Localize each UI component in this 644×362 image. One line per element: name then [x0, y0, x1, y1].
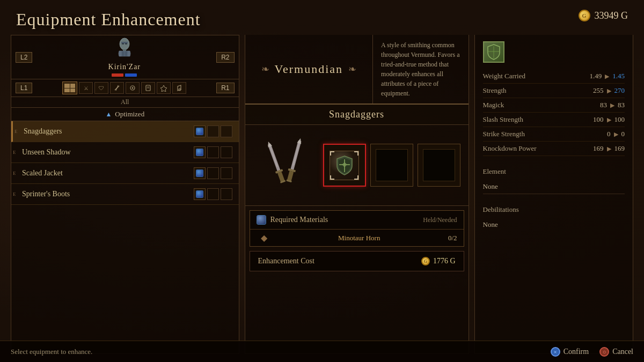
empty-slot-inner — [376, 149, 408, 181]
o-button-icon: ○ — [599, 347, 609, 357]
upgrade-slots-row — [323, 144, 460, 187]
slot-empty-2 — [221, 188, 232, 200]
stat-values: 255 ▶ 270 — [593, 86, 625, 95]
stat-row-slash: Slash Strength 100 ▶ 100 — [483, 113, 625, 127]
character-section: L2 — [11, 35, 239, 79]
slot-filled — [194, 146, 206, 158]
daggers-preview-svg — [259, 135, 312, 196]
equip-item-boots[interactable]: E Sprinter's Boots — [11, 184, 239, 205]
slot-empty-1 — [207, 125, 219, 137]
equip-item-shadow[interactable]: E Unseen Shadow — [11, 142, 239, 163]
svg-rect-2 — [122, 43, 124, 45]
status-text: Select equipment to enhance. — [11, 348, 92, 356]
filter-tab-swords[interactable]: ⚔ — [79, 82, 93, 94]
material-name: Minotaur Horn — [338, 234, 380, 242]
smithing-style-name: Vermundian — [275, 62, 343, 76]
l2-button[interactable]: L2 — [16, 52, 32, 63]
slot-empty-1 — [207, 167, 219, 179]
slot-empty-2 — [221, 125, 232, 137]
character-portrait: Kirin'Zar — [32, 38, 216, 77]
stat-new: 83 — [618, 101, 625, 109]
x-button-icon: × — [551, 347, 560, 357]
svg-line-8 — [116, 85, 118, 91]
stat-row-debilitations-value: None — [483, 218, 625, 232]
stat-row-element-label: Element — [483, 160, 625, 180]
confirm-button[interactable]: × Confirm — [551, 347, 589, 357]
filter-grid-tab[interactable] — [62, 82, 77, 94]
empty-slot-inner — [423, 149, 455, 181]
cancel-label: Cancel — [612, 348, 633, 356]
slot-empty-2 — [221, 146, 232, 158]
arrow-icon: ▶ — [610, 102, 614, 109]
filter-tab-misc4[interactable] — [157, 82, 171, 94]
bottom-bar: Select equipment to enhance. × Confirm ○… — [0, 341, 644, 362]
svg-point-10 — [132, 87, 134, 89]
stat-name: Strike Strength — [483, 130, 607, 138]
gem-icon — [196, 169, 203, 177]
triangle-icon: ▲ — [105, 110, 112, 119]
equip-slots — [194, 125, 232, 137]
upgrade-slot-3[interactable] — [418, 144, 460, 187]
equip-slots — [194, 167, 232, 179]
l1-button[interactable]: L1 — [16, 83, 32, 93]
stat-values: 169 ▶ 169 — [593, 144, 625, 153]
filter-tab-misc1[interactable] — [110, 82, 124, 94]
equip-item-jacket[interactable]: E Scaled Jacket — [11, 163, 239, 184]
slot-filled — [194, 188, 206, 200]
smithing-name-section: ❧ Vermundian ❧ — [245, 35, 374, 104]
upgrade-slot-1[interactable] — [323, 144, 366, 187]
cost-value: G 1776 G — [421, 257, 456, 265]
stat-old: 1.49 — [590, 72, 602, 80]
stat-name: Slash Strength — [483, 115, 593, 124]
gem-icon — [257, 215, 266, 225]
stat-row-element-value: None — [483, 180, 625, 194]
equip-name: Scaled Jacket — [18, 169, 194, 178]
smithing-description: A style of smithing common throughout Ve… — [373, 35, 468, 104]
equip-letter: E — [13, 171, 18, 176]
gold-display: G 33949 G — [579, 10, 628, 21]
optimized-badge: ▲ Optimized — [11, 108, 239, 121]
stats-table: Weight Carried 1.49 ▶ 1.45 Strength 255 … — [475, 65, 633, 353]
filter-tab-misc2[interactable] — [126, 82, 140, 94]
svg-marker-22 — [297, 137, 302, 144]
stat-new: 100 — [614, 115, 625, 124]
equip-slots — [194, 188, 232, 200]
item-name-bar: Snagdaggers — [245, 105, 469, 125]
filter-section: L1 ⚔ 🛡 — [11, 79, 239, 97]
arrow-icon: ▶ — [607, 87, 611, 94]
element-label: Element — [483, 163, 506, 177]
gem-icon — [196, 128, 203, 135]
cancel-button[interactable]: ○ Cancel — [599, 347, 633, 357]
svg-point-0 — [120, 38, 129, 50]
fleur-right: ❧ — [348, 63, 356, 75]
center-panel: ❧ Vermundian ❧ A style of smithing commo… — [245, 35, 469, 354]
slot-empty-2 — [221, 167, 232, 179]
filter-tab-misc5[interactable] — [172, 82, 186, 94]
equip-name: Sprinter's Boots — [18, 190, 194, 198]
upgrade-slot-2[interactable] — [370, 144, 413, 187]
filter-tab-armor[interactable]: 🛡 — [94, 82, 108, 94]
r1-button[interactable]: R1 — [216, 83, 234, 93]
gold-coin-icon: G — [579, 10, 590, 21]
shield-badge-icon — [483, 41, 504, 63]
r2-button[interactable]: R2 — [216, 52, 234, 63]
stat-name: Knockdown Power — [483, 144, 593, 153]
equip-item-snagdaggers[interactable]: E Snagdaggers — [11, 121, 239, 142]
svg-rect-26 — [292, 141, 300, 166]
weapon-preview — [253, 133, 318, 197]
debilitations-label: Debilitations — [483, 201, 519, 215]
material-bullet: ◆ — [261, 233, 267, 243]
equip-letter: E — [13, 191, 18, 197]
shield-icon-area — [475, 35, 633, 65]
element-value: None — [483, 182, 498, 191]
smithing-header: ❧ Vermundian ❧ A style of smithing commo… — [245, 35, 469, 105]
stat-new: 270 — [614, 86, 625, 95]
character-icon — [114, 38, 135, 62]
cost-label: Enhancement Cost — [258, 257, 314, 265]
equip-name: Snagdaggers — [19, 127, 194, 136]
optimized-text: Optimized — [115, 110, 144, 119]
crest-svg — [333, 154, 356, 176]
action-buttons: × Confirm ○ Cancel — [551, 347, 633, 357]
filter-tab-misc3[interactable] — [141, 82, 155, 94]
character-name: Kirin'Zar — [108, 63, 141, 71]
